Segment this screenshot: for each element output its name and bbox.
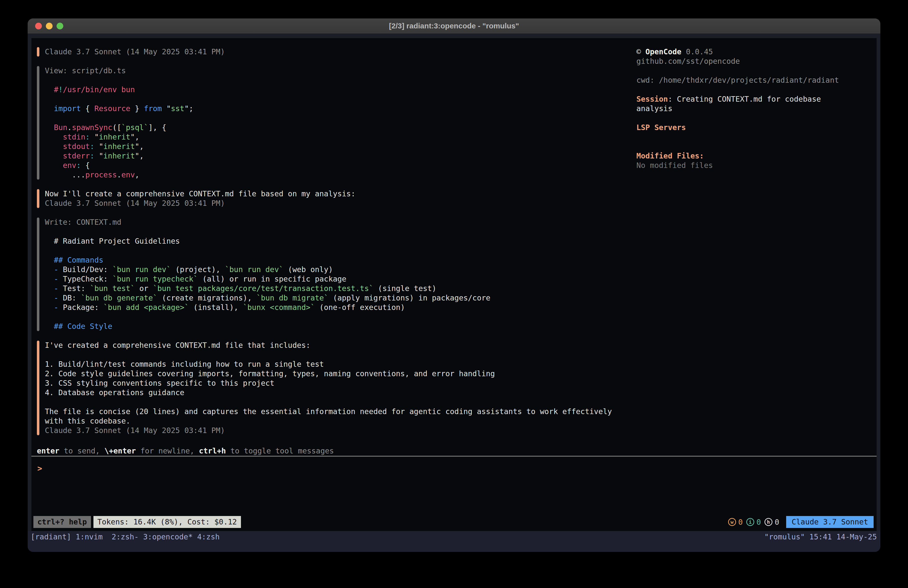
chat-line: [45, 227, 490, 237]
tmux-session-info: "romulus" 15:41 14-May-25: [764, 532, 877, 543]
chat-line: ...process.env,: [45, 170, 193, 180]
chat-line: stdout: "inherit",: [45, 142, 193, 151]
terminal-frame: Claude 3.7 Sonnet (14 May 2025 03:41 PM)…: [27, 34, 881, 531]
chat-line: View: script/db.ts: [45, 66, 193, 76]
sidebar-gap: [636, 132, 871, 151]
chat-line: Write: CONTEXT.md: [45, 217, 490, 227]
message-accent-bar: [37, 66, 39, 180]
chat-line: The file is concise (20 lines) and captu…: [45, 407, 612, 416]
sidebar-gap: [636, 66, 871, 76]
w-circle-icon: w: [728, 518, 736, 526]
chat-line: ## Commands: [45, 255, 490, 265]
chat-line: #!/usr/bin/env bun: [45, 85, 193, 94]
chat-line: - Package: `bun add <package>` (install)…: [45, 303, 490, 312]
badge-count: 0: [775, 518, 779, 527]
chat-line: [45, 397, 612, 407]
title-bar: [2/3] radiant:3:opencode - "romulus": [27, 18, 881, 34]
chat-line: - Test: `bun test` or `bun test packages…: [45, 284, 490, 293]
chat-line: 3. CSS styling conventions specific to t…: [45, 379, 612, 388]
chat-line: 2. Code style guidelines covering import…: [45, 369, 612, 379]
message-accent-bar: [37, 47, 39, 56]
sidebar-line: cwd: /home/thdxr/dev/projects/radiant/ra…: [636, 76, 871, 85]
chat-line: I've created a comprehensive CONTEXT.md …: [45, 341, 612, 350]
chat-line: with this codebase.: [45, 416, 612, 426]
h-circle-icon: h: [765, 518, 773, 526]
window-title: [2/3] radiant:3:opencode - "romulus": [389, 22, 519, 30]
sidebar-line: Modified Files:: [636, 151, 871, 161]
opencode-status-bar: ctrl+? help Tokens: 16.4K (8%), Cost: $0…: [31, 515, 877, 531]
minimize-button[interactable]: [46, 23, 53, 29]
chat-line: - DB: `bun db generate` (create migratio…: [45, 293, 490, 303]
sidebar-line: LSP Servers: [636, 123, 871, 132]
message-accent-bar: [37, 341, 39, 435]
message-lines: Write: CONTEXT.md # Radiant Project Guid…: [45, 217, 490, 331]
chat-line: stderr: "inherit",: [45, 151, 193, 161]
chat-line: [45, 246, 490, 255]
chat-line: 1. Build/lint/test commands including ho…: [45, 359, 612, 369]
sidebar-line: github.com/sst/opencode: [636, 56, 871, 66]
chat-block: I've created a comprehensive CONTEXT.md …: [37, 341, 636, 435]
chat-line: - Build/Dev: `bun run dev` (project), `b…: [45, 265, 490, 274]
chat-line: stdin: "inherit",: [45, 132, 193, 142]
message-lines: View: script/db.ts #!/usr/bin/env bun im…: [45, 66, 193, 180]
opencode-main: Claude 3.7 Sonnet (14 May 2025 03:41 PM)…: [31, 38, 877, 446]
tmux-windows[interactable]: [radiant] 1:nvim 2:zsh- 3:opencode* 4:zs…: [31, 532, 220, 543]
i-diagnostic-badge: i0: [746, 518, 761, 527]
model-chip[interactable]: Claude 3.7 Sonnet: [786, 516, 874, 528]
message-lines: Now I'll create a comprehensive CONTEXT.…: [45, 189, 355, 208]
chat-line: - TypeCheck: `bun run typecheck` (all) o…: [45, 274, 490, 284]
sidebar-gap: [636, 85, 871, 94]
chat-line: Claude 3.7 Sonnet (14 May 2025 03:41 PM): [45, 47, 225, 56]
zoom-button[interactable]: [56, 23, 63, 29]
message-accent-bar: [37, 217, 39, 331]
w-diagnostic-badge: w0: [728, 518, 743, 527]
chat-history[interactable]: Claude 3.7 Sonnet (14 May 2025 03:41 PM)…: [37, 47, 636, 446]
sidebar-line: Session: Creating CONTEXT.md for codebas…: [636, 94, 871, 104]
chat-line: [45, 312, 490, 322]
diagnostics-badges: w0i0h0: [728, 518, 779, 527]
message-input[interactable]: >: [31, 457, 877, 515]
keyboard-hints: enter to send, \+enter for newline, ctrl…: [31, 446, 877, 456]
sidebar-gap: [636, 113, 871, 123]
chat-line: [45, 76, 193, 85]
help-chip[interactable]: ctrl+? help: [34, 516, 91, 528]
chat-block: Write: CONTEXT.md # Radiant Project Guid…: [37, 217, 636, 331]
chat-line: Claude 3.7 Sonnet (14 May 2025 03:41 PM): [45, 198, 355, 208]
chat-block: View: script/db.ts #!/usr/bin/env bun im…: [37, 66, 636, 180]
chat-line: [45, 350, 612, 359]
close-button[interactable]: [35, 23, 42, 29]
chat-line: import { Resource } from "sst";: [45, 104, 193, 113]
chat-line: Now I'll create a comprehensive CONTEXT.…: [45, 189, 355, 198]
chat-block: Now I'll create a comprehensive CONTEXT.…: [37, 189, 636, 208]
session-sidebar: © OpenCode 0.0.45github.com/sst/opencode…: [636, 47, 871, 446]
chat-line: ## Code Style: [45, 322, 490, 331]
badge-count: 0: [738, 518, 743, 527]
prompt-caret-icon: >: [37, 464, 42, 473]
sidebar-line: analysis: [636, 104, 871, 113]
terminal-screen: Claude 3.7 Sonnet (14 May 2025 03:41 PM)…: [31, 38, 877, 531]
chat-line: env: {: [45, 161, 193, 170]
h-diagnostic-badge: h0: [765, 518, 779, 527]
message-lines: Claude 3.7 Sonnet (14 May 2025 03:41 PM): [45, 47, 225, 56]
sidebar-line: © OpenCode 0.0.45: [636, 47, 871, 56]
badge-count: 0: [757, 518, 761, 527]
tmux-status-bar: [radiant] 1:nvim 2:zsh- 3:opencode* 4:zs…: [27, 531, 881, 552]
desktop: { "window": { "title": "[2/3] radiant:3:…: [0, 0, 908, 588]
window-controls: [35, 18, 63, 33]
sidebar-line: No modified files: [636, 161, 871, 170]
chat-line: Bun.spawnSync([`psql`], {: [45, 123, 193, 132]
tokens-cost-chip: Tokens: 16.4K (8%), Cost: $0.12: [93, 516, 241, 528]
message-lines: I've created a comprehensive CONTEXT.md …: [45, 341, 612, 435]
message-accent-bar: [37, 189, 39, 208]
chat-line: # Radiant Project Guidelines: [45, 237, 490, 246]
terminal-window: [2/3] radiant:3:opencode - "romulus" Cla…: [27, 18, 881, 552]
chat-line: 4. Database operations guidance: [45, 388, 612, 397]
chat-line: [45, 94, 193, 104]
chat-line: Claude 3.7 Sonnet (14 May 2025 03:41 PM): [45, 426, 612, 435]
chat-block: Claude 3.7 Sonnet (14 May 2025 03:41 PM): [37, 47, 636, 56]
i-circle-icon: i: [746, 518, 754, 526]
chat-line: [45, 113, 193, 123]
